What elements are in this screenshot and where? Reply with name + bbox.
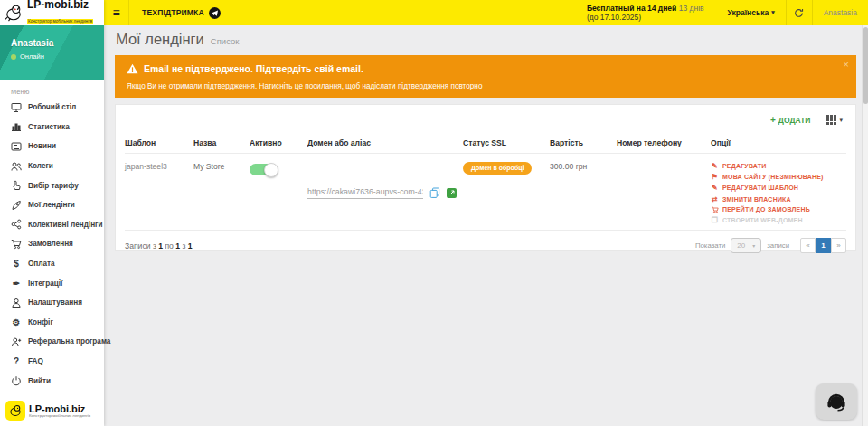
support-chat-button[interactable] — [816, 383, 857, 420]
page-titlebar: Мої лендінги Список — [104, 25, 868, 53]
power-icon — [11, 375, 22, 386]
sidebar-item-news[interactable]: Новини — [0, 137, 104, 156]
sidebar-item-label: Конфіг — [28, 318, 53, 327]
sidebar-item-label: Статистика — [28, 123, 70, 131]
trial-plan-label: Бесплатный на 14 дней — [587, 4, 676, 13]
domain-link[interactable]: https://cakawi7636-aupvs-com-42 — [307, 187, 423, 199]
alert-title: Email не підтверджено. Підтвердіть свій … — [144, 63, 363, 74]
sidebar-item-label: FAQ — [28, 357, 43, 365]
col-header-phone[interactable]: Номер телефону — [617, 138, 711, 147]
table-row: japan-steel3 My Store https://cakawi7636… — [125, 154, 846, 231]
support-label: ТЕХПІДТРИМКА — [142, 8, 204, 17]
sidebar-item-config[interactable]: ⚙ Конфіг — [0, 313, 104, 333]
prev-page-button[interactable]: « — [800, 238, 816, 253]
option-edit-template[interactable]: ✎РЕДАГУВАТИ ШАБЛОН — [711, 184, 846, 192]
sidebar-item-label: Колективні лендінги — [28, 221, 103, 229]
sidebar-item-tariff[interactable]: Вибір тарифу — [0, 175, 104, 195]
sidebar-item-label: Замовлення — [28, 240, 73, 248]
chart-icon — [11, 121, 22, 132]
card-toolbar: + ДОДАТИ ▾ — [125, 105, 846, 135]
scrollbar-thumb[interactable] — [863, 27, 868, 104]
open-external-icon[interactable] — [447, 188, 457, 198]
grid-view-icon — [826, 115, 836, 125]
telegram-icon — [209, 7, 221, 19]
sidebar-item-logout[interactable]: Вийти — [0, 371, 104, 391]
sidebar-item-label: Реферальна програма — [28, 337, 110, 346]
sidebar-item-my-landings[interactable]: Мої лендінги — [0, 195, 104, 215]
add-landing-button[interactable]: + ДОДАТИ — [770, 115, 810, 125]
logo-tagline: Конструктор мобільних лендингів — [27, 19, 93, 24]
option-create-web-domain[interactable]: ❐СТВОРИТИ WEB-ДОМЕН — [711, 216, 846, 224]
page-size-select[interactable]: 20 ▾ — [731, 238, 761, 253]
sidebar-item-colleagues[interactable]: Колеги — [0, 156, 104, 176]
sidebar-item-label: Мої лендінги — [28, 201, 75, 209]
chevron-down-icon: ▾ — [771, 9, 775, 16]
table-header-row: Шаблон Назва Активно Домен або аліас Ста… — [125, 135, 846, 154]
edit-icon: ✎ — [711, 162, 719, 170]
sidebar-item-payment[interactable]: $ Оплата — [0, 254, 104, 274]
refresh-button[interactable] — [786, 0, 813, 25]
cell-domain: https://cakawi7636-aupvs-com-42 — [307, 162, 463, 224]
col-header-name[interactable]: Назва — [193, 138, 250, 147]
active-toggle[interactable] — [250, 164, 277, 175]
resend-confirmation-link[interactable]: Натисніть це посилання, щоб надіслати пі… — [259, 82, 482, 90]
sidebar-logo[interactable]: LP-mobi.biz Конструктор мобільних лендин… — [0, 0, 104, 25]
option-edit[interactable]: ✎РЕДАГУВАТИ — [711, 162, 846, 170]
copy-icon[interactable] — [429, 187, 440, 198]
alert-body: Якщо Ви не отримали підтвердження. — [127, 82, 259, 90]
sidebar-item-settings[interactable]: Налаштування — [0, 293, 104, 313]
page-1-button[interactable]: 1 — [816, 238, 831, 253]
sidebar-footer-logo[interactable]: LP-mobi.biz Конструктор мобільних лендин… — [0, 401, 104, 421]
col-header-price[interactable]: Вартість — [550, 138, 617, 147]
add-button-label: ДОДАТИ — [778, 116, 811, 125]
header-username[interactable]: Anastasia — [813, 8, 868, 17]
cell-template: japan-steel3 — [125, 162, 193, 224]
warning-icon — [127, 63, 138, 74]
col-header-options[interactable]: Опції — [711, 138, 846, 147]
sidebar-user-name: Anastasia — [11, 38, 104, 48]
logo-title: LP-mobi.biz — [27, 0, 93, 10]
language-selector[interactable]: Українська ▾ — [717, 0, 786, 25]
chevron-down-icon: ▾ — [752, 242, 755, 249]
top-header: ≡ ТЕХПІДТРИМКА Бесплатный на 14 дней 13 … — [104, 0, 868, 25]
online-status-dot — [11, 54, 16, 60]
option-go-to-orders[interactable]: ПЕРЕЙТИ ДО ЗАМОВЛЕНЬ — [711, 206, 846, 213]
toggle-knob — [264, 163, 278, 177]
pagination: Показати 20 ▾ записи « 1 » — [695, 238, 846, 253]
menu-section-label: Меню — [0, 80, 104, 98]
sidebar-item-label: Налаштування — [28, 298, 82, 307]
next-page-button[interactable]: » — [831, 238, 846, 253]
page-subtitle: Список — [211, 36, 240, 46]
close-icon[interactable]: × — [844, 59, 849, 70]
option-change-owner[interactable]: ⇄ЗМІНИТИ ВЛАСНИКА — [711, 195, 846, 204]
col-header-template[interactable]: Шаблон — [125, 138, 193, 147]
sidebar-item-integrations[interactable]: ✒ Інтеграції — [0, 273, 104, 293]
sidebar-item-referral[interactable]: Реферальна програма — [0, 332, 104, 352]
cart-icon — [711, 206, 719, 213]
sidebar-item-statistics[interactable]: Статистика — [0, 118, 104, 137]
sidebar-item-orders[interactable]: Замовлення — [0, 234, 104, 254]
col-header-active[interactable]: Активно — [250, 138, 307, 147]
option-site-language[interactable]: ⚑МОВА САЙТУ (НЕЗМІНЮВАНЕ) — [711, 173, 846, 181]
hamburger-menu-icon[interactable]: ≡ — [104, 0, 129, 25]
trial-info: Бесплатный на 14 дней 13 днів (до 17.10.… — [587, 4, 704, 22]
landings-icon — [11, 200, 22, 211]
sidebar-item-label: Робочий стіл — [28, 103, 76, 111]
sidebar-item-desktop[interactable]: Робочий стіл — [0, 98, 104, 118]
view-mode-button[interactable]: ▾ — [826, 115, 843, 125]
chevron-down-icon: ▾ — [839, 117, 843, 124]
col-header-domain[interactable]: Домен або аліас — [307, 138, 463, 147]
email-alert-banner: Email не підтверджено. Підтвердіть свій … — [115, 55, 856, 98]
support-link[interactable]: ТЕХПІДТРИМКА — [129, 0, 233, 25]
col-header-ssl[interactable]: Статус SSL — [463, 138, 550, 147]
copy-icon: ❐ — [711, 216, 719, 224]
trial-until-date: (до 17.10.2025) — [587, 13, 704, 22]
sidebar-item-faq[interactable]: ? FAQ — [0, 352, 104, 372]
footer-logo-title: LP-mobi.biz — [29, 404, 90, 413]
refresh-icon — [794, 8, 804, 18]
sidebar-menu: Робочий стіл Статистика Новини Колеги Ви… — [0, 98, 104, 391]
trial-days-left: 13 днів — [679, 4, 704, 13]
sidebar-item-label: Вибір тарифу — [28, 182, 79, 190]
ssl-status-badge: Домен в обробці — [463, 162, 532, 175]
sidebar-item-collective-landings[interactable]: Колективні лендінги — [0, 215, 104, 235]
